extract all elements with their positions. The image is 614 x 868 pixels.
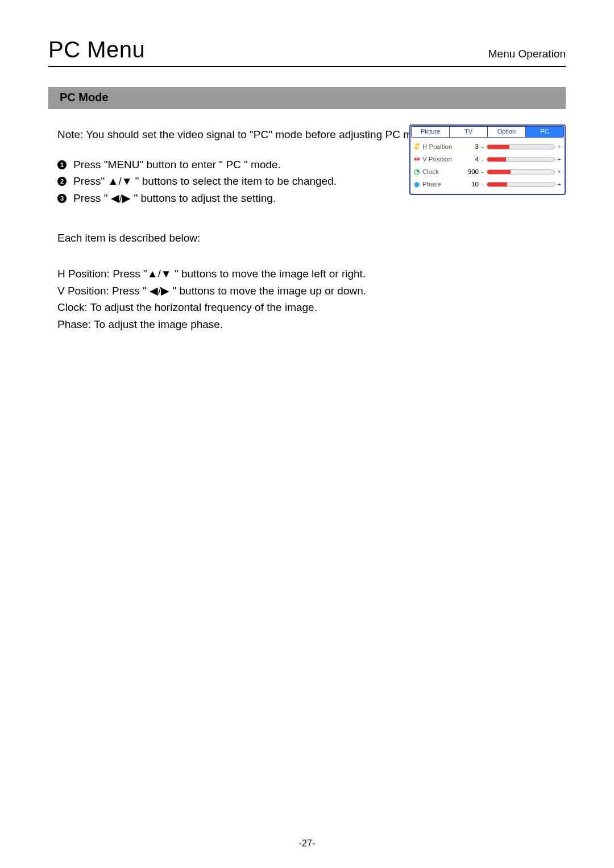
page-header: PC Menu Menu Operation (48, 37, 566, 67)
osd-label-vposition: V Position (422, 155, 462, 164)
osd-value-vposition: 4 (464, 155, 479, 164)
page-title: PC Menu (48, 37, 145, 63)
slider-vposition[interactable] (487, 157, 555, 162)
slider-hposition[interactable] (487, 144, 555, 149)
tab-picture[interactable]: Picture (412, 127, 450, 137)
aftersteps-text: Each item is described below: (57, 231, 566, 246)
detail-block: H Position: Press "▲/▼ " buttons to move… (57, 267, 566, 332)
osd-label-phase: Phase (422, 180, 462, 189)
plus-icon: + (557, 143, 562, 151)
phase-icon: ◉ (413, 180, 421, 188)
minus-icon: - (480, 168, 485, 176)
body-content: Note: You should set the video signal to… (48, 127, 566, 332)
osd-row-clock[interactable]: ◔ Clock 900 - + (413, 165, 562, 178)
plus-icon: + (557, 180, 562, 189)
minus-icon: - (480, 155, 485, 164)
plus-icon: + (557, 168, 562, 176)
bullet-3-icon: 3 (57, 194, 67, 203)
osd-label-clock: Clock (422, 167, 462, 176)
osd-rows: ⇵ H Position 3 - + ⇔ V Position 4 - + ◔ (410, 138, 565, 194)
bullet-2-icon: 2 (57, 177, 67, 186)
vposition-icon: ⇔ (413, 155, 421, 163)
detail-hposition: H Position: Press "▲/▼ " buttons to move… (57, 267, 566, 282)
clock-icon: ◔ (413, 168, 421, 176)
osd-label-hposition: H Position (422, 142, 462, 151)
osd-row-hposition[interactable]: ⇵ H Position 3 - + (413, 140, 562, 153)
osd-row-phase[interactable]: ◉ Phase 10 - + (413, 178, 562, 190)
slider-clock[interactable] (487, 169, 555, 175)
section-title: PC Mode (48, 87, 566, 109)
page-subtitle: Menu Operation (488, 48, 566, 63)
osd-value-phase: 10 (464, 180, 479, 189)
minus-icon: - (480, 143, 485, 151)
page-number: -27- (0, 838, 614, 849)
tab-option[interactable]: Option (488, 127, 526, 137)
bullet-1-icon: 1 (57, 160, 67, 169)
minus-icon: - (480, 180, 485, 189)
plus-icon: + (557, 155, 562, 164)
osd-value-clock: 900 (464, 167, 479, 176)
osd-tabs: Picture TV Option PC (411, 126, 564, 138)
slider-phase[interactable] (487, 182, 555, 187)
detail-phase: Phase: To adjust the image phase. (57, 317, 566, 333)
osd-panel: Picture TV Option PC ⇵ H Position 3 - + … (409, 124, 566, 195)
tab-tv[interactable]: TV (450, 127, 488, 137)
detail-vposition: V Position: Press " ◀/▶ " buttons to mov… (57, 284, 566, 299)
detail-clock: Clock: To adjust the horizontal frequenc… (57, 300, 566, 315)
hposition-icon: ⇵ (413, 143, 421, 151)
osd-value-hposition: 3 (464, 142, 479, 151)
tab-pc[interactable]: PC (526, 127, 563, 137)
osd-row-vposition[interactable]: ⇔ V Position 4 - + (413, 153, 562, 165)
